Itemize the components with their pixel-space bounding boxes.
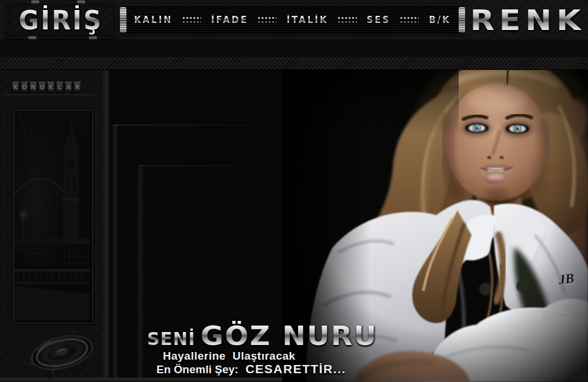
caption-line3-emphasis: CESARETTİR... xyxy=(245,362,346,376)
guest-letter-tile: A xyxy=(65,82,72,92)
login-button[interactable]: GİRİŞ xyxy=(5,2,117,39)
toolbar-bold-button[interactable]: KALIN xyxy=(134,15,173,25)
screen: GİRİŞ KALIN İFADE İTALİK SES B/K RENK KO… xyxy=(0,0,588,382)
subheader-bar: KONUKLAR xyxy=(0,39,588,56)
subwoofer-icon xyxy=(20,329,105,381)
separator-dots-icon xyxy=(258,17,276,23)
caption-title: SENİ GÖZ NURU xyxy=(147,321,365,351)
photo-watermark: JB xyxy=(557,269,588,291)
bridge-picture xyxy=(13,109,93,324)
header-bar: GİRİŞ KALIN İFADE İTALİK SES B/K RENK xyxy=(0,0,588,39)
guest-letter-tile: R xyxy=(74,82,81,92)
caption-title-large: GÖZ NURU xyxy=(201,321,377,351)
guest-letter-tile: K xyxy=(12,82,19,92)
guest-letter-tile: K xyxy=(47,82,55,92)
panel-groove xyxy=(137,165,143,382)
color-label: RENK xyxy=(470,4,586,36)
login-label: GİRİŞ xyxy=(19,5,103,35)
guests-link[interactable]: KONUKLAR xyxy=(12,82,81,92)
toolbar-italic-button[interactable]: İTALİK xyxy=(286,15,328,25)
guest-letter-tile: U xyxy=(38,82,46,92)
toolbar-endcap-icon xyxy=(120,7,126,33)
guest-letter-tile: O xyxy=(21,82,28,92)
format-toolbar: KALIN İFADE İTALİK SES B/K xyxy=(121,5,465,35)
toolbar-endcap-icon xyxy=(459,7,465,33)
color-button[interactable]: RENK xyxy=(469,1,587,39)
separator-dots-icon xyxy=(400,17,419,23)
separator-dots-icon xyxy=(338,17,356,23)
tower-bridge-night-scene xyxy=(14,110,90,320)
toolbar-emoticon-button[interactable]: İFADE xyxy=(211,15,248,25)
caption-line2: Hayallerine Ulaştıracak xyxy=(163,350,295,363)
frame-screw-icon xyxy=(31,1,39,4)
frame-screw-icon xyxy=(77,1,85,4)
guest-letter-tile: L xyxy=(56,82,64,92)
speaker-graphic xyxy=(20,329,105,381)
texture-divider xyxy=(0,56,588,70)
caption-line3: En Önemli Şey: CESARETTİR... xyxy=(156,362,346,376)
caption-line3-prefix: En Önemli Şey: xyxy=(156,363,238,376)
guest-letter-tile: N xyxy=(29,82,37,92)
caption-title-small: SENİ xyxy=(147,329,195,349)
panel-groove xyxy=(112,125,119,382)
separator-dots-icon xyxy=(183,17,201,23)
toolbar-sound-button[interactable]: SES xyxy=(367,15,391,25)
toolbar-bw-button[interactable]: B/K xyxy=(429,15,451,25)
